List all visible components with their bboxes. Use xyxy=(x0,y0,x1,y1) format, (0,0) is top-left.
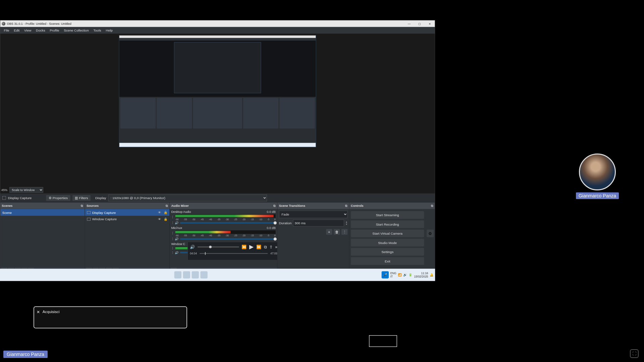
channel-menu-icon[interactable]: ⋮ xyxy=(171,221,174,225)
taskbar-app-icon[interactable] xyxy=(192,271,199,278)
preview-canvas[interactable] xyxy=(119,35,316,147)
menu-scene-collection[interactable]: Scene Collection xyxy=(62,28,91,33)
obs-logo-icon xyxy=(2,22,5,25)
display-label: Display xyxy=(95,196,106,200)
visibility-toggle-icon[interactable]: 👁 xyxy=(158,210,161,214)
channel-name: Desktop Audio xyxy=(171,210,267,214)
menu-docks[interactable]: Docks xyxy=(34,28,47,33)
play-icon[interactable]: ▶ xyxy=(249,244,254,250)
title-bar: OBS 31.0.1 - Profile: Untitled - Scenes:… xyxy=(0,20,435,27)
mute-icon[interactable]: 🔊 xyxy=(175,251,179,254)
forward-icon[interactable]: ⏩ xyxy=(256,245,261,249)
mute-icon[interactable]: 🔊 xyxy=(175,237,179,241)
menu-view[interactable]: View xyxy=(22,28,34,33)
audio-mixer-dock: Audio Mixer⧉ Desktop Audio0.0 dB ⋮ -60-5… xyxy=(170,202,277,274)
display-select[interactable]: : 644x362 @ 0,0 (Primary Monitor) xyxy=(108,194,267,201)
source-item-display-capture[interactable]: Display Capture 👁 🔒 xyxy=(85,209,169,216)
spin-down-icon[interactable]: ▼ xyxy=(345,223,347,225)
filters-button[interactable]: ▥Filters xyxy=(72,195,91,201)
presenter-name-badge: Gianmarco Panza xyxy=(3,351,48,358)
lock-toggle-icon[interactable]: 🔒 xyxy=(164,210,167,214)
taskbar-app-icon[interactable] xyxy=(200,271,207,278)
filters-icon: ▥ xyxy=(75,196,78,200)
popup-text: Acquisisci xyxy=(43,309,60,314)
battery-tray-icon[interactable]: 🔋 xyxy=(409,273,412,277)
volume-slider[interactable] xyxy=(180,222,275,224)
volume-icon[interactable]: 🔊 xyxy=(190,245,195,249)
channel-db: 0.0 dB xyxy=(267,226,275,230)
start-recording-button[interactable]: Start Recording xyxy=(351,220,424,228)
scenes-title: Scenes xyxy=(2,204,12,208)
source-item-window-capture[interactable]: Window Capture 👁 🔒 xyxy=(85,216,169,223)
channel-menu-icon[interactable]: ⋮ xyxy=(171,246,174,250)
menu-edit[interactable]: Edit xyxy=(12,28,21,33)
lang-indicator[interactable]: ENG xyxy=(390,272,396,275)
popout-icon[interactable]: ⧉ xyxy=(166,204,168,208)
studio-mode-button[interactable]: Studio Mode xyxy=(351,239,424,246)
mute-icon[interactable]: 🔊 xyxy=(175,221,179,225)
channel-menu-icon[interactable]: ⋮ xyxy=(171,232,174,235)
channel-menu-icon[interactable]: ⋮ xyxy=(171,237,174,241)
properties-button[interactable]: ⚙Properties xyxy=(46,195,70,201)
start-virtual-camera-button[interactable]: Start Virtual Camera xyxy=(351,230,424,237)
seek-slider[interactable] xyxy=(200,253,268,254)
notifications-tray-icon[interactable]: 🔔 xyxy=(430,273,433,277)
more-icon[interactable]: » xyxy=(275,245,277,249)
close-icon[interactable]: ✕ xyxy=(37,309,40,314)
windows-taskbar[interactable]: 🎤 ENGIT 📶 🔊 🔋 11:1615/02/2025 🔔 xyxy=(0,269,435,281)
minimize-button[interactable]: — xyxy=(404,20,415,27)
volume-tray-icon[interactable]: 🔊 xyxy=(403,273,407,277)
popout-icon[interactable]: ⧉ xyxy=(345,204,347,208)
taskbar-app-icon[interactable] xyxy=(174,271,181,278)
popout-icon[interactable]: ⧉ xyxy=(431,204,433,208)
preview-area[interactable]: 45% Scale to Window xyxy=(0,34,435,193)
mic-tray-icon[interactable]: 🎤 xyxy=(382,271,389,278)
display-icon xyxy=(87,211,91,214)
taskbar-clock[interactable]: 11:1615/02/2025 xyxy=(414,272,428,278)
transition-menu-button[interactable]: ⋮ xyxy=(341,229,347,235)
duration-label: Duration xyxy=(279,221,291,225)
settings-button[interactable]: Settings xyxy=(351,248,424,256)
transition-type-select[interactable]: Fade xyxy=(279,210,347,218)
docks-row: Scenes⧉ Scene + 🗑 ▥ ∧ ∨ Sources⧉ Di xyxy=(0,202,435,274)
channel-name: Mic/Aux xyxy=(171,226,267,230)
channel-db: 0.0 dB xyxy=(267,210,275,214)
volume-slider[interactable] xyxy=(180,238,275,240)
popout-icon[interactable]: ⧉ xyxy=(273,204,276,208)
close-button[interactable]: ✕ xyxy=(425,20,435,27)
share-icon[interactable]: ⇪ xyxy=(269,245,273,249)
duration-input[interactable]: 300 ms xyxy=(293,220,344,227)
spin-up-icon[interactable]: ▲ xyxy=(345,221,347,223)
taskbar-app-icon[interactable] xyxy=(183,271,190,278)
source-toolbar: Display Capture ⚙Properties ▥Filters Dis… xyxy=(0,193,435,202)
taskbar-highlight-rect xyxy=(369,335,397,347)
virtual-camera-settings-button[interactable]: ⚙ xyxy=(427,230,434,237)
channel-menu-icon[interactable]: ⋮ xyxy=(171,216,174,219)
window-icon xyxy=(87,218,91,220)
visibility-toggle-icon[interactable]: 👁 xyxy=(158,217,161,221)
volume-slider[interactable] xyxy=(198,246,239,247)
wifi-tray-icon[interactable]: 📶 xyxy=(398,273,401,277)
media-duration: 47:09 xyxy=(270,252,277,255)
pip-icon[interactable]: ⧉ xyxy=(264,245,267,249)
popout-icon[interactable]: ⧉ xyxy=(81,204,83,208)
mixer-channel: Desktop Audio0.0 dB ⋮ -60-55-50-45-40-35… xyxy=(170,209,277,225)
menu-tools[interactable]: Tools xyxy=(91,28,103,33)
scenes-dock: Scenes⧉ Scene + 🗑 ▥ ∧ ∨ xyxy=(0,202,85,274)
add-transition-button[interactable]: + xyxy=(326,229,332,235)
scale-mode-select[interactable]: Scale to Window xyxy=(9,187,43,193)
scene-item[interactable]: Scene xyxy=(0,209,85,216)
exit-button[interactable]: Exit xyxy=(351,257,424,265)
menu-help[interactable]: Help xyxy=(104,28,115,33)
rewind-icon[interactable]: ⏪ xyxy=(241,245,247,249)
maximize-button[interactable]: ▢ xyxy=(414,20,425,27)
avatar-image xyxy=(579,154,616,190)
screen-capture-icon[interactable]: ⛶ xyxy=(630,349,639,358)
menu-file[interactable]: File xyxy=(2,28,11,33)
menu-profile[interactable]: Profile xyxy=(48,28,61,33)
remove-transition-button[interactable]: 🗑 xyxy=(334,229,340,235)
start-streaming-button[interactable]: Start Streaming xyxy=(351,211,424,219)
channel-menu-icon[interactable]: ⋮ xyxy=(171,251,174,254)
lock-toggle-icon[interactable]: 🔒 xyxy=(164,217,167,221)
mixer-title: Audio Mixer xyxy=(171,204,189,208)
